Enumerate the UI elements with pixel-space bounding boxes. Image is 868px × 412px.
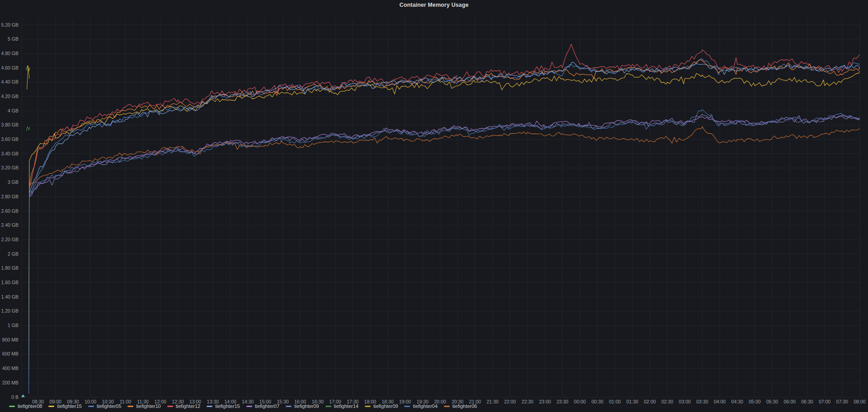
svg-text:5 GB: 5 GB [8, 36, 19, 42]
legend-label: tiefighter05 [97, 403, 121, 409]
series-line-tiefighter09-7 [29, 114, 860, 197]
svg-text:200 MB: 200 MB [2, 380, 19, 385]
series-line-tiefighter05-2 [29, 59, 860, 197]
series-color-swatch-icon [9, 406, 15, 407]
legend-item-tiefighter15[interactable]: tiefighter15 [48, 403, 81, 409]
svg-text:2.60 GB: 2.60 GB [1, 208, 19, 214]
svg-text:400 MB: 400 MB [2, 365, 19, 371]
grafana-panel: Container Memory Usage 0 B200 MB400 MB60… [0, 0, 868, 412]
legend-label: tiefighter12 [176, 403, 200, 409]
series-line-tiefighter10-3 [29, 60, 860, 186]
series-line-tiefighter15-1 [29, 71, 860, 393]
series-color-swatch-icon [167, 406, 173, 407]
svg-text:800 MB: 800 MB [2, 337, 19, 342]
svg-text:5.20 GB: 5.20 GB [1, 22, 19, 28]
svg-text:4 GB: 4 GB [8, 108, 19, 113]
series-color-swatch-icon [444, 406, 450, 407]
y-axis-tick-labels: 0 B200 MB400 MB600 MB800 MB1 GB1.20 GB1.… [1, 22, 19, 400]
svg-text:4.40 GB: 4.40 GB [1, 79, 19, 84]
svg-text:2.80 GB: 2.80 GB [1, 194, 19, 199]
legend-label: tiefighter14 [334, 403, 359, 409]
series-color-swatch-icon [326, 406, 331, 407]
legend: tiefighter08tiefighter15tiefighter05tief… [9, 403, 859, 409]
svg-text:2.20 GB: 2.20 GB [1, 237, 19, 242]
series-color-swatch-icon [48, 406, 54, 407]
legend-item-tiefighter07[interactable]: tiefighter07 [246, 403, 279, 409]
time-series-plot[interactable]: 0 B200 MB400 MB600 MB800 MB1 GB1.20 GB1.… [0, 0, 868, 412]
svg-text:1 GB: 1 GB [8, 323, 19, 328]
legend-item-tiefighter05[interactable]: tiefighter05 [88, 403, 121, 409]
legend-label: tiefighter07 [255, 403, 279, 409]
series-line-tiefighter12-4 [29, 44, 860, 190]
svg-text:0 B: 0 B [11, 394, 19, 400]
svg-text:1.60 GB: 1.60 GB [1, 280, 19, 285]
svg-text:2 GB: 2 GB [8, 251, 19, 257]
series-line-tiefighter06-11 [29, 126, 860, 186]
legend-item-tiefighter15[interactable]: tiefighter15 [207, 403, 240, 409]
svg-text:600 MB: 600 MB [2, 351, 19, 356]
svg-text:3.60 GB: 3.60 GB [1, 136, 19, 142]
legend-item-tiefighter04[interactable]: tiefighter04 [404, 403, 437, 409]
svg-text:3.80 GB: 3.80 GB [1, 122, 19, 127]
legend-label: tiefighter15 [57, 403, 81, 409]
svg-text:4.60 GB: 4.60 GB [1, 65, 19, 70]
legend-item-tiefighter06[interactable]: tiefighter06 [444, 403, 477, 409]
series-color-swatch-icon [88, 406, 94, 407]
legend-label: tiefighter09 [294, 403, 319, 409]
legend-item-tiefighter08[interactable]: tiefighter08 [9, 403, 42, 409]
svg-text:1.40 GB: 1.40 GB [1, 294, 19, 300]
legend-item-tiefighter14[interactable]: tiefighter14 [326, 403, 359, 409]
series-line-tiefighter14-8 [26, 126, 30, 131]
legend-label: tiefighter04 [413, 403, 437, 409]
svg-text:4.20 GB: 4.20 GB [1, 94, 19, 99]
series-color-swatch-icon [404, 406, 410, 407]
series-line-tiefighter09-9 [27, 66, 29, 89]
legend-item-tiefighter12[interactable]: tiefighter12 [167, 403, 200, 409]
legend-label: tiefighter09 [373, 403, 398, 409]
legend-label: tiefighter08 [18, 403, 42, 409]
series-color-swatch-icon [365, 406, 371, 407]
svg-text:4.80 GB: 4.80 GB [1, 51, 19, 56]
legend-item-tiefighter09[interactable]: tiefighter09 [286, 403, 319, 409]
series-color-swatch-icon [246, 406, 252, 407]
legend-item-tiefighter10[interactable]: tiefighter10 [127, 403, 160, 409]
series-color-swatch-icon [207, 406, 212, 407]
svg-text:1.80 GB: 1.80 GB [1, 265, 19, 271]
svg-text:1.20 GB: 1.20 GB [1, 308, 19, 314]
series-color-swatch-icon [127, 406, 133, 407]
series-color-swatch-icon [286, 406, 292, 407]
legend-label: tiefighter06 [453, 403, 477, 409]
svg-text:3 GB: 3 GB [8, 179, 19, 185]
svg-text:3.20 GB: 3.20 GB [1, 165, 19, 170]
svg-text:3.40 GB: 3.40 GB [1, 151, 19, 156]
legend-label: tiefighter15 [215, 403, 240, 409]
svg-text:2.40 GB: 2.40 GB [1, 222, 19, 228]
legend-item-tiefighter09[interactable]: tiefighter09 [365, 403, 398, 409]
legend-label: tiefighter10 [136, 403, 160, 409]
